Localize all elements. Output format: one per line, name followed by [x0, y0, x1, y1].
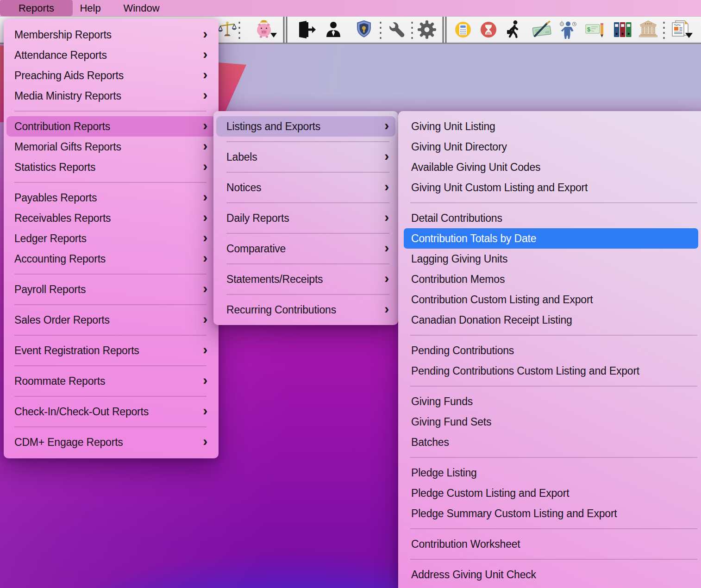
menu-item-pledge-listing[interactable]: Pledge Listing: [398, 463, 701, 483]
binders-icon[interactable]: [613, 19, 633, 40]
menu-item-canadian-donation-receipt-listing[interactable]: Canadian Donation Receipt Listing: [398, 310, 701, 330]
menu-item-pledge-summary-custom-listing-and-export[interactable]: Pledge Summary Custom Listing and Export: [398, 503, 701, 524]
menu-item-receivables-reports[interactable]: Receivables Reports›: [4, 208, 219, 228]
menu-item-membership-reports[interactable]: Membership Reports›: [4, 25, 219, 45]
menu-item-payroll-reports[interactable]: Payroll Reports›: [4, 279, 219, 300]
menu-item-contribution-custom-listing-and-export[interactable]: Contribution Custom Listing and Export: [398, 289, 701, 310]
menu-item-listings-and-exports[interactable]: Listings and Exports›: [216, 116, 395, 137]
menu-item-contribution-totals-by-date[interactable]: Contribution Totals by Date: [404, 228, 698, 249]
menu-divider: [410, 457, 697, 458]
wrench-icon[interactable]: [386, 19, 407, 40]
menu-item-pending-contributions-custom-listing-and-export[interactable]: Pending Contributions Custom Listing and…: [398, 361, 701, 381]
toolbar-separator: [239, 22, 240, 39]
menubar-item-window[interactable]: Window: [113, 0, 170, 16]
menubar-item-help[interactable]: Help: [73, 0, 108, 16]
toolbar-separator: [380, 22, 382, 39]
menu-divider: [226, 172, 389, 173]
menu-item-batches[interactable]: Batches: [398, 432, 701, 452]
menu-item-daily-reports[interactable]: Daily Reports›: [213, 208, 398, 228]
submenu-arrow-icon: ›: [384, 119, 389, 132]
menu-item-contribution-worksheet[interactable]: Contribution Worksheet: [398, 534, 701, 554]
menu-item-memorial-gifts-reports[interactable]: Memorial Gifts Reports›: [4, 137, 219, 157]
menu-item-sales-order-reports[interactable]: Sales Order Reports›: [4, 310, 219, 330]
submenu-arrow-icon: ›: [203, 190, 207, 204]
menu-item-statements-receipts[interactable]: Statements/Receipts›: [213, 269, 398, 289]
menu-item-attendance-reports[interactable]: Attendance Reports›: [4, 45, 219, 65]
menu-item-giving-funds[interactable]: Giving Funds: [398, 391, 701, 412]
submenu-arrow-icon: ›: [384, 302, 389, 316]
submenu-arrow-icon: ›: [384, 180, 389, 194]
menu-item-media-ministry-reports[interactable]: Media Ministry Reports›: [4, 86, 219, 106]
toolbar-separator: [412, 22, 413, 39]
menu-divider: [410, 559, 697, 560]
submenu-arrow-icon: ›: [203, 119, 207, 132]
submenu-arrow-icon: ›: [203, 47, 207, 61]
menu-item-accounting-reports[interactable]: Accounting Reports›: [4, 249, 219, 269]
submenu-arrow-icon: ›: [203, 404, 207, 418]
menu-item-check-in-check-out-reports[interactable]: Check-In/Check-Out Reports›: [4, 401, 219, 422]
menu-item-detail-contributions[interactable]: Detail Contributions: [398, 208, 701, 228]
menu-item-contribution-reports[interactable]: Contribution Reports›: [6, 116, 216, 137]
menu-divider: [14, 111, 207, 112]
payroll-person-icon[interactable]: [558, 19, 578, 40]
gear-icon[interactable]: [417, 19, 437, 40]
submenu-arrow-icon: ›: [203, 281, 207, 295]
submenu-arrow-icon: ›: [203, 210, 207, 224]
logout-door-icon[interactable]: [295, 19, 316, 40]
piggy-bank-icon[interactable]: [254, 19, 278, 40]
check-pencil-icon[interactable]: $: [584, 19, 607, 40]
menu-item-cdm-engage-reports[interactable]: CDM+ Engage Reports›: [4, 432, 219, 452]
menu-item-giving-unit-directory[interactable]: Giving Unit Directory: [398, 137, 701, 157]
menu-item-comparative[interactable]: Comparative›: [213, 238, 398, 259]
menu-item-preaching-aids-reports[interactable]: Preaching Aids Reports›: [4, 65, 219, 86]
menu-bar: Reports Help Window: [0, 0, 701, 16]
menu-divider: [14, 304, 207, 305]
menu-divider: [226, 202, 389, 203]
check-writing-icon[interactable]: [531, 19, 553, 40]
menu-item-address-giving-unit-check[interactable]: Address Giving Unit Check: [398, 564, 701, 585]
security-shield-icon[interactable]: [354, 19, 374, 40]
submenu-arrow-icon: ›: [203, 159, 207, 173]
menu-item-notices[interactable]: Notices›: [213, 177, 398, 198]
menu-item-event-registration-reports[interactable]: Event Registration Reports›: [4, 340, 219, 361]
traveler-icon[interactable]: [504, 19, 524, 40]
scales-icon[interactable]: [217, 19, 238, 40]
menu-divider: [226, 141, 389, 142]
menu-divider: [410, 202, 697, 203]
menu-divider: [410, 335, 697, 336]
submenu-arrow-icon: ›: [203, 373, 207, 387]
menu-item-recurring-contributions[interactable]: Recurring Contributions›: [213, 300, 398, 320]
bank-icon[interactable]: [638, 19, 658, 40]
menu-item-roommate-reports[interactable]: Roommate Reports›: [4, 371, 219, 391]
submenu-arrow-icon: ›: [203, 312, 207, 326]
listings-and-exports-submenu: Giving Unit Listing Giving Unit Director…: [398, 111, 701, 588]
menu-item-ledger-reports[interactable]: Ledger Reports›: [4, 228, 219, 249]
menu-item-pledge-custom-listing-and-export[interactable]: Pledge Custom Listing and Export: [398, 483, 701, 503]
menu-divider: [226, 294, 389, 295]
menu-item-available-giving-unit-codes[interactable]: Available Giving Unit Codes: [398, 157, 701, 177]
user-icon[interactable]: [323, 19, 344, 40]
report-browser-icon[interactable]: [670, 19, 694, 40]
submenu-arrow-icon: ›: [203, 139, 207, 153]
menu-item-giving-fund-sets[interactable]: Giving Fund Sets: [398, 412, 701, 432]
menu-item-giving-unit-listing[interactable]: Giving Unit Listing: [398, 116, 701, 137]
menu-item-statistics-reports[interactable]: Statistics Reports›: [4, 157, 219, 177]
toolbar-separator: [283, 17, 288, 43]
menu-divider: [410, 528, 697, 529]
menu-item-contribution-memos[interactable]: Contribution Memos: [398, 269, 701, 289]
submenu-arrow-icon: ›: [203, 343, 207, 357]
dropdown-arrow-icon: [270, 33, 277, 38]
submenu-arrow-icon: ›: [203, 434, 207, 448]
menu-item-payables-reports[interactable]: Payables Reports›: [4, 188, 219, 208]
hourglass-icon[interactable]: [479, 20, 498, 39]
menubar-item-reports[interactable]: Reports: [0, 0, 73, 16]
submenu-arrow-icon: ›: [384, 271, 389, 285]
menu-item-labels[interactable]: Labels›: [213, 147, 398, 167]
calculator-icon[interactable]: [454, 20, 472, 39]
submenu-arrow-icon: ›: [384, 149, 389, 163]
submenu-arrow-icon: ›: [384, 210, 389, 224]
menu-item-pending-contributions[interactable]: Pending Contributions: [398, 340, 701, 361]
submenu-arrow-icon: ›: [203, 68, 207, 81]
menu-item-lagging-giving-units[interactable]: Lagging Giving Units: [398, 249, 701, 269]
menu-item-giving-unit-custom-listing-and-export[interactable]: Giving Unit Custom Listing and Export: [398, 177, 701, 198]
